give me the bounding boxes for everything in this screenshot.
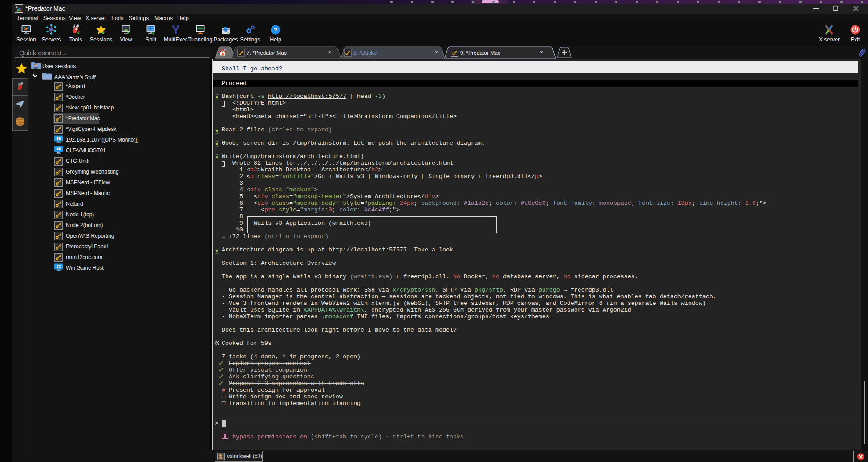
svg-text:?: ? (273, 26, 277, 34)
